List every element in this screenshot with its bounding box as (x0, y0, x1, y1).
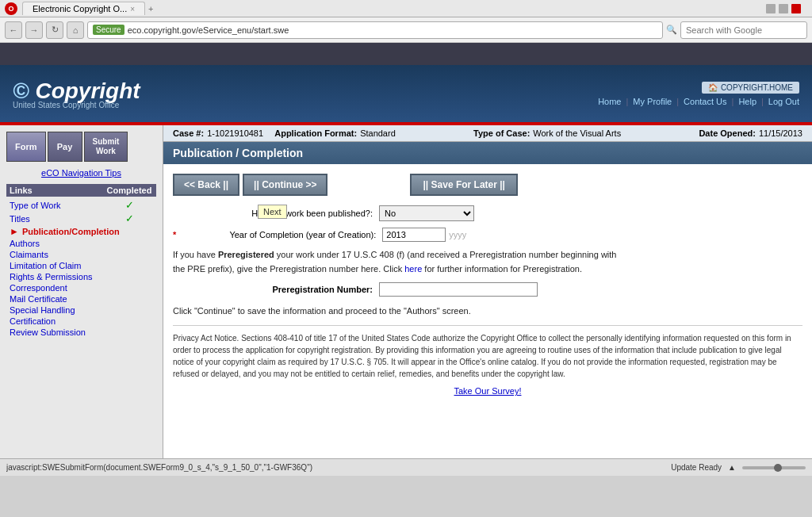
form-workflow-button[interactable]: Form (6, 132, 46, 162)
links-table-header: Links Completed (6, 184, 156, 197)
titles-checkmark: ✓ (105, 213, 153, 224)
pay-workflow-button[interactable]: Pay (48, 132, 82, 162)
browser-tab[interactable]: Electronic Copyright O... × (22, 2, 145, 15)
reload-button[interactable]: ↻ (46, 21, 63, 39)
nav-item-publication-completion: ► Publication/Completion (6, 225, 156, 238)
type-of-case-item: Type of Case: Work of the Visual Arts (473, 128, 621, 138)
type-of-case-value: Work of the Visual Arts (533, 128, 621, 138)
date-opened-label: Date Opened: (699, 128, 756, 138)
search-input[interactable] (680, 21, 807, 39)
nav-item-claimants: Claimants (6, 249, 156, 260)
header-home-link[interactable]: Home (598, 97, 621, 106)
type-of-work-checkmark: ✓ (105, 199, 153, 211)
links-column-header: Links (10, 186, 105, 195)
claimants-link[interactable]: Claimants (10, 250, 105, 259)
save-for-later-button[interactable]: || Save For Later || (410, 174, 517, 196)
home-nav-button[interactable]: ⌂ (67, 21, 84, 39)
search-area: 🔍 (666, 21, 807, 39)
workflow-buttons: Form Pay Submit Work (6, 132, 156, 162)
preregistered-bold: Preregistered (218, 250, 274, 259)
preregistered-here-link[interactable]: here (404, 264, 422, 274)
case-info-bar: Case #: 1-1021910481 Application Format:… (163, 125, 812, 142)
tab-title: Electronic Copyright O... (33, 4, 127, 13)
prereg-number-row: Preregistration Number: (173, 282, 802, 297)
review-submission-link[interactable]: Review Submission (10, 327, 105, 337)
publication-completion-link[interactable]: Publication/Completion (22, 227, 120, 236)
form-content: << Back || || Continue >> || Save For La… (163, 164, 812, 405)
search-icon: 🔍 (666, 25, 677, 35)
case-number-value: 1-1021910481 (207, 128, 263, 138)
content-area: Case #: 1-1021910481 Application Format:… (163, 125, 812, 458)
home-icon: 🏠 (708, 83, 718, 92)
header-contactus-link[interactable]: Contact Us (684, 97, 726, 106)
privacy-notice: Privacy Act Notice. Sections 408-410 of … (173, 325, 802, 380)
copyright-subtitle: United States Copyright Office (13, 101, 140, 109)
type-of-work-link[interactable]: Type of Work (10, 201, 105, 210)
date-opened-item: Date Opened: 11/15/2013 (699, 128, 802, 138)
special-handling-link[interactable]: Special Handling (10, 305, 105, 315)
header-logout-link[interactable]: Log Out (768, 97, 799, 106)
address-bar[interactable]: Secure eco.copyright.gov/eService_enu/st… (87, 21, 663, 39)
certification-link[interactable]: Certification (10, 316, 105, 326)
zoom-control[interactable] (742, 466, 806, 469)
nav-item-certification: Certification (6, 316, 156, 327)
date-opened-value: 11/15/2013 (759, 128, 802, 138)
secure-badge: Secure (93, 25, 124, 35)
rights-permissions-link[interactable]: Rights & Permissions (10, 272, 105, 281)
new-tab-button[interactable]: + (148, 4, 153, 13)
address-text: eco.copyright.gov/eService_enu/start.swe (128, 25, 289, 35)
status-script-text: javascript:SWESubmitForm(document.SWEFor… (6, 463, 671, 472)
prereg-number-input[interactable] (379, 282, 538, 297)
correspondent-link[interactable]: Correspondent (10, 283, 105, 293)
back-nav-button[interactable]: ← (5, 21, 22, 39)
continue-button[interactable]: || Continue >> (243, 174, 327, 196)
titles-link[interactable]: Titles (10, 214, 105, 224)
nav-item-type-of-work: Type of Work ✓ (6, 198, 156, 212)
nav-item-titles: Titles ✓ (6, 212, 156, 225)
tab-close-icon[interactable]: × (130, 5, 135, 13)
limitation-of-claim-link[interactable]: Limitation of Claim (10, 261, 105, 270)
submit-work-workflow-button[interactable]: Submit Work (84, 132, 128, 162)
update-icon: ▲ (728, 463, 736, 472)
back-button[interactable]: << Back || (173, 174, 239, 196)
maximize-button[interactable] (779, 4, 788, 13)
close-button[interactable] (791, 4, 801, 13)
year-input[interactable] (382, 228, 446, 242)
opera-logo: O (5, 2, 17, 15)
active-arrow-icon: ► (10, 226, 19, 237)
completed-column-header: Completed (105, 186, 153, 195)
application-format-value: Standard (360, 128, 396, 138)
copyright-logo: © Copyright United States Copyright Offi… (13, 79, 140, 109)
header-myprofile-link[interactable]: My Profile (633, 97, 672, 106)
case-number-item: Case #: 1-1021910481 Application Format:… (173, 128, 396, 138)
status-right: Update Ready ▲ (671, 463, 806, 472)
copyright-home-button[interactable]: 🏠 COPYRIGHT.HOME (702, 82, 799, 94)
continue-note: Click "Continue" to save the information… (173, 306, 802, 316)
nav-item-authors: Authors (6, 238, 156, 249)
authors-link[interactable]: Authors (10, 239, 105, 248)
sidebar: Form Pay Submit Work eCO Navigation Tips… (0, 125, 163, 458)
published-select[interactable]: No Yes (379, 205, 474, 221)
preregistered-info-text: If you have Preregistered your work unde… (173, 248, 802, 276)
zoom-slider[interactable] (742, 466, 806, 469)
application-format-label: Application Format: (274, 128, 357, 138)
form-buttons-row: << Back || || Continue >> || Save For La… (173, 174, 802, 196)
survey-link[interactable]: Take Our Survey! (173, 386, 802, 396)
eco-nav-tips-link[interactable]: eCO Navigation Tips (6, 168, 156, 178)
header-help-link[interactable]: Help (738, 97, 756, 106)
nav-item-mail-certificate: Mail Certificate (6, 293, 156, 304)
status-bar: javascript:SWESubmitForm(document.SWEFor… (0, 458, 812, 476)
nav-bar: ← → ↻ ⌂ Secure eco.copyright.gov/eServic… (0, 17, 812, 43)
year-hint: yyyy (449, 230, 466, 239)
section-title: Publication / Completion (173, 147, 303, 159)
section-header: Publication / Completion (163, 142, 812, 164)
update-ready-text: Update Ready (671, 463, 722, 472)
header-right: 🏠 COPYRIGHT.HOME Home | My Profile | Con… (598, 82, 799, 106)
tooltip-next: Next (258, 205, 287, 219)
case-number-label: Case #: (173, 128, 204, 138)
mail-certificate-link[interactable]: Mail Certificate (10, 294, 105, 304)
forward-nav-button[interactable]: → (25, 21, 43, 39)
minimize-button[interactable] (766, 4, 776, 13)
type-of-case-label: Type of Case: (473, 128, 530, 138)
nav-item-review-submission: Review Submission (6, 327, 156, 338)
